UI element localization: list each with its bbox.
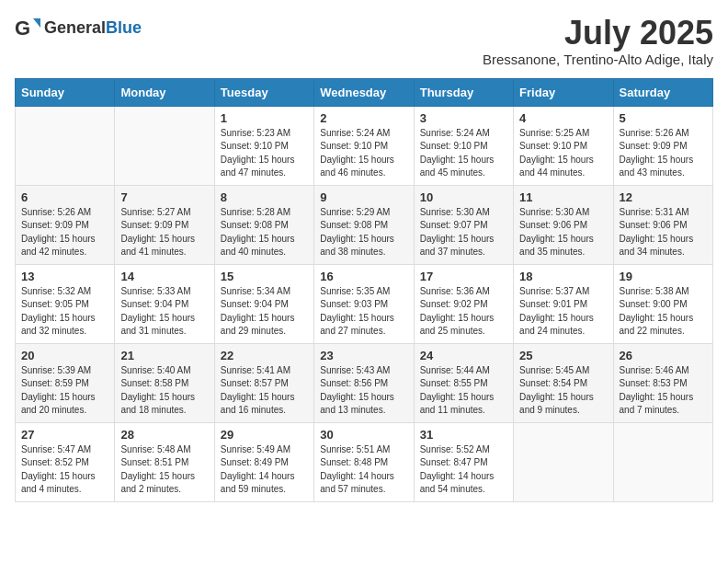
day-info: Sunrise: 5:36 AMSunset: 9:02 PMDaylight:… [420, 285, 507, 339]
day-number: 14 [120, 270, 208, 283]
day-info: Sunrise: 5:52 AMSunset: 8:47 PMDaylight:… [420, 443, 507, 497]
day-number: 18 [519, 270, 607, 283]
day-number: 27 [21, 428, 108, 442]
day-number: 7 [120, 190, 208, 204]
calendar-cell: 26Sunrise: 5:46 AMSunset: 8:53 PMDayligh… [613, 343, 712, 422]
day-number: 17 [420, 270, 507, 283]
calendar-cell: 31Sunrise: 5:52 AMSunset: 8:47 PMDayligh… [414, 422, 513, 501]
day-info: Sunrise: 5:30 AMSunset: 9:06 PMDaylight:… [519, 206, 607, 259]
day-number: 24 [420, 349, 507, 362]
day-info: Sunrise: 5:51 AMSunset: 8:48 PMDaylight:… [320, 443, 407, 497]
day-info: Sunrise: 5:26 AMSunset: 9:09 PMDaylight:… [620, 127, 707, 180]
day-info: Sunrise: 5:43 AMSunset: 8:56 PMDaylight:… [320, 364, 407, 418]
week-row-5: 27Sunrise: 5:47 AMSunset: 8:52 PMDayligh… [16, 422, 713, 501]
day-info: Sunrise: 5:32 AMSunset: 9:05 PMDaylight:… [21, 285, 108, 339]
day-number: 6 [21, 190, 108, 204]
calendar-cell: 29Sunrise: 5:49 AMSunset: 8:49 PMDayligh… [214, 422, 313, 501]
svg-text:G: G [15, 17, 30, 40]
day-number: 25 [519, 349, 607, 362]
calendar-cell: 27Sunrise: 5:47 AMSunset: 8:52 PMDayligh… [16, 422, 115, 501]
day-number: 28 [120, 428, 208, 442]
day-number: 21 [120, 349, 208, 362]
day-headers-row: SundayMondayTuesdayWednesdayThursdayFrid… [16, 78, 713, 106]
week-row-4: 20Sunrise: 5:39 AMSunset: 8:59 PMDayligh… [16, 343, 713, 422]
day-header-monday: Monday [115, 78, 214, 106]
calendar-cell: 28Sunrise: 5:48 AMSunset: 8:51 PMDayligh… [115, 422, 214, 501]
calendar-cell: 18Sunrise: 5:37 AMSunset: 9:01 PMDayligh… [514, 264, 613, 343]
calendar-cell: 9Sunrise: 5:29 AMSunset: 9:08 PMDaylight… [314, 185, 414, 264]
day-number: 15 [221, 270, 308, 283]
day-info: Sunrise: 5:27 AMSunset: 9:09 PMDaylight:… [120, 206, 208, 259]
day-info: Sunrise: 5:35 AMSunset: 9:03 PMDaylight:… [320, 285, 407, 339]
logo-text-blue: Blue [106, 18, 142, 37]
week-row-1: 1Sunrise: 5:23 AMSunset: 9:10 PMDaylight… [16, 106, 713, 185]
calendar-cell: 13Sunrise: 5:32 AMSunset: 9:05 PMDayligh… [16, 264, 115, 343]
calendar-cell: 19Sunrise: 5:38 AMSunset: 9:00 PMDayligh… [613, 264, 712, 343]
logo-text-general: General [44, 18, 106, 37]
calendar-cell: 17Sunrise: 5:36 AMSunset: 9:02 PMDayligh… [414, 264, 513, 343]
day-number: 9 [320, 190, 407, 204]
day-header-sunday: Sunday [16, 78, 115, 106]
calendar-cell: 11Sunrise: 5:30 AMSunset: 9:06 PMDayligh… [514, 185, 613, 264]
day-info: Sunrise: 5:31 AMSunset: 9:06 PMDaylight:… [620, 206, 707, 259]
month-title: July 2025 [483, 15, 713, 52]
day-info: Sunrise: 5:24 AMSunset: 9:10 PMDaylight:… [420, 127, 507, 180]
calendar-cell: 12Sunrise: 5:31 AMSunset: 9:06 PMDayligh… [613, 185, 712, 264]
location-title: Bressanone, Trentino-Alto Adige, Italy [483, 52, 713, 67]
day-info: Sunrise: 5:26 AMSunset: 9:09 PMDaylight:… [21, 206, 108, 259]
day-number: 13 [21, 270, 108, 283]
calendar-cell: 5Sunrise: 5:26 AMSunset: 9:09 PMDaylight… [613, 106, 712, 185]
day-number: 23 [320, 349, 407, 362]
day-info: Sunrise: 5:23 AMSunset: 9:10 PMDaylight:… [221, 127, 308, 180]
calendar-cell: 30Sunrise: 5:51 AMSunset: 8:48 PMDayligh… [314, 422, 414, 501]
calendar-cell: 24Sunrise: 5:44 AMSunset: 8:55 PMDayligh… [414, 343, 513, 422]
day-number: 16 [320, 270, 407, 283]
day-number: 8 [221, 190, 308, 204]
logo-icon: G [15, 15, 40, 40]
day-info: Sunrise: 5:46 AMSunset: 8:53 PMDaylight:… [620, 364, 707, 418]
day-info: Sunrise: 5:28 AMSunset: 9:08 PMDaylight:… [221, 206, 308, 259]
day-info: Sunrise: 5:24 AMSunset: 9:10 PMDaylight:… [320, 127, 407, 180]
title-block: July 2025 Bressanone, Trentino-Alto Adig… [483, 15, 713, 67]
day-info: Sunrise: 5:33 AMSunset: 9:04 PMDaylight:… [120, 285, 208, 339]
calendar-cell: 7Sunrise: 5:27 AMSunset: 9:09 PMDaylight… [115, 185, 214, 264]
day-number: 30 [320, 428, 407, 442]
day-number: 11 [519, 190, 607, 204]
day-info: Sunrise: 5:25 AMSunset: 9:10 PMDaylight:… [519, 127, 607, 180]
day-header-saturday: Saturday [613, 78, 712, 106]
calendar-cell: 25Sunrise: 5:45 AMSunset: 8:54 PMDayligh… [514, 343, 613, 422]
week-row-2: 6Sunrise: 5:26 AMSunset: 9:09 PMDaylight… [16, 185, 713, 264]
calendar-cell: 22Sunrise: 5:41 AMSunset: 8:57 PMDayligh… [214, 343, 313, 422]
calendar-cell: 20Sunrise: 5:39 AMSunset: 8:59 PMDayligh… [16, 343, 115, 422]
calendar-cell: 2Sunrise: 5:24 AMSunset: 9:10 PMDaylight… [314, 106, 414, 185]
page-header: G GeneralBlue July 2025 Bressanone, Tren… [15, 15, 713, 67]
day-info: Sunrise: 5:39 AMSunset: 8:59 PMDaylight:… [21, 364, 108, 418]
day-info: Sunrise: 5:40 AMSunset: 8:58 PMDaylight:… [120, 364, 208, 418]
calendar-table: SundayMondayTuesdayWednesdayThursdayFrid… [15, 78, 713, 502]
day-info: Sunrise: 5:41 AMSunset: 8:57 PMDaylight:… [221, 364, 308, 418]
day-number: 3 [420, 111, 507, 125]
day-info: Sunrise: 5:44 AMSunset: 8:55 PMDaylight:… [420, 364, 507, 418]
day-info: Sunrise: 5:48 AMSunset: 8:51 PMDaylight:… [120, 443, 208, 497]
week-row-3: 13Sunrise: 5:32 AMSunset: 9:05 PMDayligh… [16, 264, 713, 343]
calendar-cell: 1Sunrise: 5:23 AMSunset: 9:10 PMDaylight… [214, 106, 313, 185]
calendar-cell [16, 106, 115, 185]
day-info: Sunrise: 5:37 AMSunset: 9:01 PMDaylight:… [519, 285, 607, 339]
day-number: 19 [620, 270, 707, 283]
day-number: 26 [620, 349, 707, 362]
calendar-cell [613, 422, 712, 501]
calendar-cell [514, 422, 613, 501]
day-header-friday: Friday [514, 78, 613, 106]
day-number: 4 [519, 111, 607, 125]
day-number: 20 [21, 349, 108, 362]
day-number: 1 [221, 111, 308, 125]
day-number: 10 [420, 190, 507, 204]
logo: G GeneralBlue [15, 15, 142, 40]
day-header-thursday: Thursday [414, 78, 513, 106]
calendar-cell: 10Sunrise: 5:30 AMSunset: 9:07 PMDayligh… [414, 185, 513, 264]
day-info: Sunrise: 5:38 AMSunset: 9:00 PMDaylight:… [620, 285, 707, 339]
day-number: 31 [420, 428, 507, 442]
calendar-cell: 23Sunrise: 5:43 AMSunset: 8:56 PMDayligh… [314, 343, 414, 422]
calendar-cell: 4Sunrise: 5:25 AMSunset: 9:10 PMDaylight… [514, 106, 613, 185]
day-info: Sunrise: 5:47 AMSunset: 8:52 PMDaylight:… [21, 443, 108, 497]
